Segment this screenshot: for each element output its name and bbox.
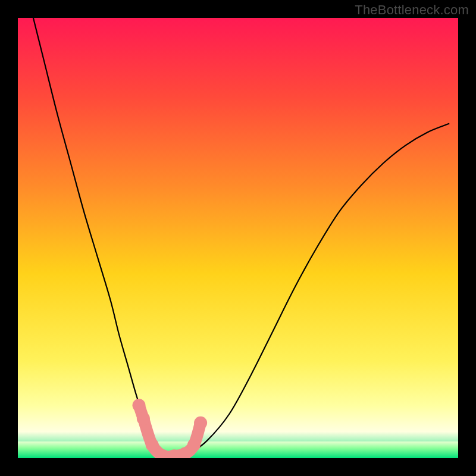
watermark-text: TheBottleneck.com — [355, 2, 469, 18]
chart-plot-area — [18, 18, 458, 458]
chart-frame: TheBottleneck.com — [0, 0, 476, 476]
marker-point — [133, 399, 146, 412]
chart-svg — [18, 18, 458, 458]
gradient-background — [18, 18, 458, 458]
green-optimal-band — [18, 441, 458, 458]
marker-point — [187, 439, 201, 452]
marker-point — [194, 416, 207, 430]
marker-point — [137, 412, 150, 425]
marker-point — [146, 439, 159, 452]
